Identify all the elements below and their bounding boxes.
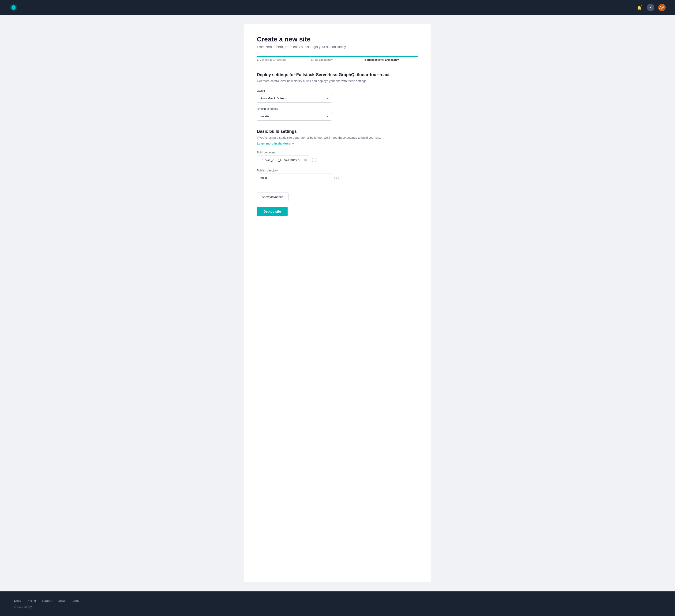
footer-link-terms[interactable]: Terms <box>71 599 79 602</box>
docs-link[interactable]: Learn more in the docs ↗ <box>257 142 294 145</box>
owner-field-group: Owner Amo Moloko's team <box>257 89 418 103</box>
build-command-row: ⊞ i <box>257 156 418 164</box>
step-1-label: 1. Connect to Git provider <box>257 58 310 61</box>
netlify-logo-icon <box>9 3 18 12</box>
main-content: Create a new site From zero to hero, thr… <box>0 15 675 592</box>
header: 🔔 ✕ AM <box>0 0 675 15</box>
step-3: 3. Build options, and deploy! <box>364 56 418 61</box>
branch-select[interactable]: master <box>257 112 332 120</box>
step-1-bar <box>257 56 310 57</box>
owner-label: Owner <box>257 89 418 92</box>
branch-field-group: Branch to deploy master <box>257 107 418 120</box>
logo <box>9 3 18 12</box>
build-command-info-button[interactable]: i <box>312 158 316 162</box>
footer-link-support[interactable]: Support <box>42 599 52 602</box>
info-icon-2: i <box>336 177 337 179</box>
footer-copyright: © 2020 Netlify <box>14 605 661 609</box>
steps-progress: 1. Connect to Git provider 2. Pick a rep… <box>257 56 418 61</box>
page-subtitle: From zero to hero, three easy steps to g… <box>257 45 418 49</box>
step-3-bar <box>364 56 418 57</box>
deploy-site-button[interactable]: Deploy site <box>257 207 288 216</box>
docs-link-text: Learn more in the docs <box>257 142 290 145</box>
deploy-settings-title: Deploy settings for Fullstack-Serverless… <box>257 72 418 77</box>
footer-link-docs[interactable]: Docs <box>14 599 21 602</box>
create-site-card: Create a new site From zero to hero, thr… <box>244 24 431 582</box>
user-avatar-button[interactable]: AM <box>658 4 666 11</box>
basic-build-title: Basic build settings <box>257 129 418 134</box>
build-command-input-wrapper: ⊞ <box>257 156 309 164</box>
branch-label: Branch to deploy <box>257 107 418 110</box>
footer-link-pricing[interactable]: Pricing <box>27 599 36 602</box>
notification-badge <box>640 4 643 7</box>
build-command-group: Build command ⊞ i <box>257 151 418 164</box>
step-2-label: 2. Pick a repository <box>310 58 364 61</box>
basic-build-desc: If you're using a static site generator … <box>257 136 418 139</box>
basic-build-section: Basic build settings If you're using a s… <box>257 129 418 182</box>
footer-link-news[interactable]: News <box>58 599 66 602</box>
command-icon: ⊞ <box>304 158 307 162</box>
close-button[interactable]: ✕ <box>647 4 654 11</box>
docs-link-arrow: ↗ <box>291 142 294 145</box>
publish-dir-info-button[interactable]: i <box>334 176 339 180</box>
step-2-bar <box>310 56 364 57</box>
footer-nav: Docs Pricing Support News Terms <box>14 599 661 602</box>
step-1: 1. Connect to Git provider <box>257 56 310 61</box>
step-2: 2. Pick a repository <box>310 56 364 61</box>
owner-select[interactable]: Amo Moloko's team <box>257 94 332 103</box>
close-icon: ✕ <box>649 6 652 9</box>
build-command-label: Build command <box>257 151 418 154</box>
step-3-label: 3. Build options, and deploy! <box>364 58 418 61</box>
publish-dir-row: i <box>257 174 418 182</box>
header-actions: 🔔 ✕ AM <box>635 4 666 11</box>
info-icon: i <box>314 159 314 161</box>
publish-dir-input[interactable] <box>257 174 332 182</box>
avatar: AM <box>658 4 666 11</box>
show-advanced-button[interactable]: Show advanced <box>257 192 289 201</box>
publish-directory-group: Publish directory i <box>257 169 418 182</box>
build-command-input[interactable] <box>257 156 309 164</box>
page-title: Create a new site <box>257 35 418 43</box>
notifications-button[interactable]: 🔔 <box>635 4 643 11</box>
footer: Docs Pricing Support News Terms © 2020 N… <box>0 592 675 616</box>
publish-dir-label: Publish directory <box>257 169 418 172</box>
deploy-settings-desc: Get more control over how Netlify builds… <box>257 79 418 83</box>
